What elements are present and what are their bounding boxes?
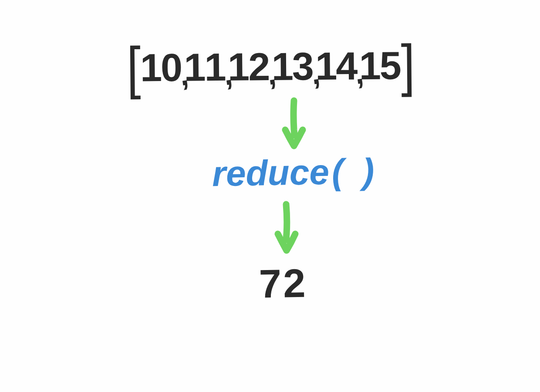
- array-item: 14: [315, 46, 356, 86]
- array-item: 10: [140, 47, 181, 87]
- array-item: 13: [271, 47, 313, 86]
- arrow-down-icon: [279, 97, 309, 154]
- open-bracket: [: [125, 39, 140, 97]
- arrow-function-to-output: [272, 200, 303, 259]
- reduce-diagram: [10,11,12,13,14,15] reduce( ) 72: [0, 0, 540, 392]
- arrow-input-to-function: [279, 97, 309, 154]
- arrow-down-icon: [272, 200, 303, 259]
- input-array: [10,11,12,13,14,15]: [125, 40, 415, 93]
- function-name: reduce: [212, 152, 329, 194]
- reduce-function-label: reduce( ): [212, 151, 379, 195]
- array-item: 15: [359, 46, 400, 85]
- function-parens: ( ): [329, 151, 379, 192]
- array-item: 12: [227, 47, 269, 87]
- array-item: 11: [184, 47, 225, 87]
- output-value: 72: [259, 260, 307, 307]
- close-bracket: ]: [400, 36, 415, 94]
